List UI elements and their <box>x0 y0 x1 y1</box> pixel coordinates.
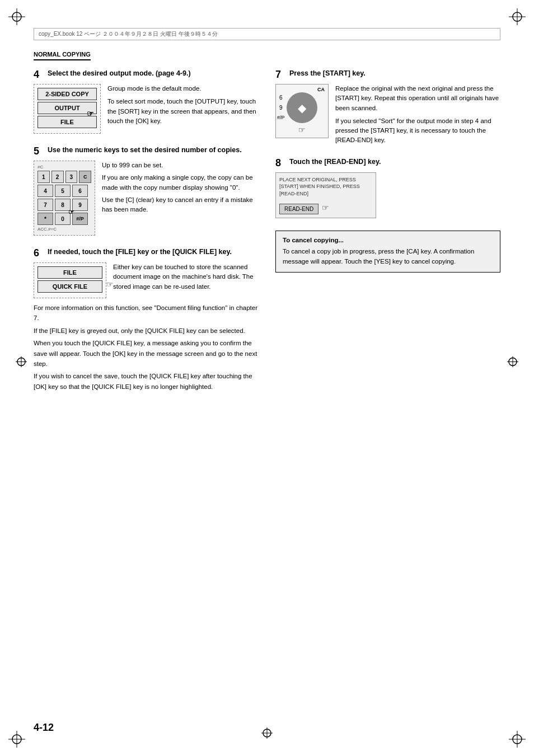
corner-mark-tr <box>509 8 526 25</box>
numpad-row-4: * 0 #/P <box>38 213 91 225</box>
step-6-block: 6 If needed, touch the [FILE] key or the… <box>34 248 259 392</box>
step-8-heading: 8 Touch the [READ-END] key. <box>275 158 500 168</box>
step-8-title: Touch the [READ-END] key. <box>289 158 381 166</box>
read-end-btn[interactable]: READ-END <box>279 204 318 214</box>
corner-mark-tl <box>8 8 25 25</box>
step-6-text: Either key can be touched to store the s… <box>113 262 259 294</box>
step-5-title: Use the numeric keys to set the desired … <box>48 146 242 154</box>
numpad-row-1: 1 2 3 C <box>38 171 91 183</box>
hash-p-label: #/P <box>277 115 285 120</box>
step-7-title: Press the [START] key. <box>289 69 366 77</box>
key-c[interactable]: C <box>79 171 91 183</box>
output-mode-panel: 2-SIDED COPY OUTPUT ☞ FILE <box>34 84 101 134</box>
left-column: 4 Select the desired output mode. (page … <box>34 69 259 404</box>
start-key-panel: CA 6 9 #/P ◆ ☞ <box>275 84 329 138</box>
key-5[interactable]: 5 <box>55 185 71 197</box>
two-sided-copy-btn[interactable]: 2-SIDED COPY <box>38 88 97 100</box>
key-4[interactable]: 4 <box>38 185 53 197</box>
step-7-text: Replace the original with the next origi… <box>335 84 500 145</box>
key-8[interactable]: 8 ☞ <box>55 199 71 211</box>
step-6-extra-text: For more information on this function, s… <box>34 303 259 392</box>
header-bar: copy_EX.book 12 ページ ２００４年９月２８日 火曜日 午後９時５… <box>34 28 500 40</box>
key-hash-p[interactable]: #/P <box>72 213 88 225</box>
cancel-box-text: To cancel a copy job in progress, press … <box>283 247 493 266</box>
step-6-number: 6 <box>34 248 45 258</box>
step-5-text: Up to 999 can be set. If you are only ma… <box>102 161 259 214</box>
step-7-heading: 7 Press the [START] key. <box>275 69 500 79</box>
quick-file-btn[interactable]: QUICK FILE <box>38 280 102 293</box>
step-4-title: Select the desired output mode. (page 4-… <box>48 69 191 77</box>
step-5-heading: 5 Use the numeric keys to set the desire… <box>34 146 259 156</box>
step-5-block: 5 Use the numeric keys to set the desire… <box>34 146 259 236</box>
step-8-block: 8 Touch the [READ-END] key. PLACE NEXT O… <box>275 158 500 219</box>
key-7[interactable]: 7 <box>38 199 53 211</box>
read-end-instruction: PLACE NEXT ORIGINAL, PRESS [START] WHEN … <box>279 176 372 198</box>
step-5-content: #C 1 2 3 C 4 5 6 <box>34 161 259 236</box>
key-3[interactable]: 3 <box>65 171 78 183</box>
key-1[interactable]: 1 <box>38 171 50 183</box>
step-6-image: FILE QUICK FILE ☞ <box>34 262 106 298</box>
step-7-image: CA 6 9 #/P ◆ ☞ <box>275 84 329 138</box>
side-mark-left <box>16 356 27 369</box>
output-btn[interactable]: OUTPUT ☞ <box>38 102 97 114</box>
hand-cursor-start: ☞ <box>279 125 325 134</box>
step-5-number: 5 <box>34 146 45 156</box>
key-2[interactable]: 2 <box>51 171 64 183</box>
ca-label: CA <box>317 87 325 92</box>
step-5-image: #C 1 2 3 C 4 5 6 <box>34 161 95 236</box>
step-4-heading: 4 Select the desired output mode. (page … <box>34 69 259 79</box>
hand-cursor-numpad: ☞ <box>68 208 74 216</box>
file-btn[interactable]: FILE <box>38 266 102 279</box>
numpad-row-2: 4 5 6 <box>38 185 91 197</box>
side-mark-right <box>507 356 518 369</box>
key-6[interactable]: 6 <box>72 185 88 197</box>
right-column: 7 Press the [START] key. CA 6 9 #/P <box>275 69 500 404</box>
key-star[interactable]: * <box>38 213 53 225</box>
cancel-box: To cancel copying... To cancel a copy jo… <box>275 231 500 273</box>
numpad-label-bottom: ACC.#=C <box>38 227 91 232</box>
step-4-number: 4 <box>34 69 45 79</box>
main-content: 4 Select the desired output mode. (page … <box>34 69 500 404</box>
cancel-box-title: To cancel copying... <box>283 237 493 243</box>
hand-cursor-icon: ☞ <box>87 109 94 118</box>
step-7-block: 7 Press the [START] key. CA 6 9 #/P <box>275 69 500 145</box>
step-6-title: If needed, touch the [FILE] key or the [… <box>48 248 232 256</box>
corner-mark-br <box>509 731 526 748</box>
step-6-content: FILE QUICK FILE ☞ Either key can be touc… <box>34 262 259 298</box>
numpad-row-3: 7 8 ☞ 9 <box>38 199 91 211</box>
numpad-label-top: #C <box>38 165 91 170</box>
corner-mark-bl <box>8 731 25 748</box>
page-number: 4-12 <box>34 722 54 734</box>
section-label: NORMAL COPYING <box>34 51 91 60</box>
step-4-block: 4 Select the desired output mode. (page … <box>34 69 259 134</box>
step-4-content: 2-SIDED COPY OUTPUT ☞ FILE Group mode is… <box>34 84 259 134</box>
read-end-panel: PLACE NEXT ORIGINAL, PRESS [START] WHEN … <box>275 172 376 219</box>
bottom-center-mark <box>261 727 273 740</box>
page-container: copy_EX.book 12 ページ ２００４年９月２８日 火曜日 午後９時５… <box>0 0 534 756</box>
read-end-btn-area: READ-END ☞ <box>279 200 372 214</box>
file-quick-file-panel: FILE QUICK FILE ☞ <box>34 262 106 298</box>
step-4-text: Group mode is the default mode. To selec… <box>107 84 259 126</box>
step-4-image: 2-SIDED COPY OUTPUT ☞ FILE <box>34 84 101 134</box>
step-8-number: 8 <box>275 158 287 168</box>
step-6-heading: 6 If needed, touch the [FILE] key or the… <box>34 248 259 258</box>
hand-cursor-read-end: ☞ <box>322 203 329 212</box>
num-9-label: 9 <box>279 105 283 111</box>
num-6-label: 6 <box>279 95 283 101</box>
step-8-content: PLACE NEXT ORIGINAL, PRESS [START] WHEN … <box>275 172 500 219</box>
start-circle[interactable]: ◆ <box>287 92 317 123</box>
step-7-number: 7 <box>275 69 287 79</box>
key-9[interactable]: 9 <box>72 199 88 211</box>
step-7-content: CA 6 9 #/P ◆ ☞ <box>275 84 500 145</box>
start-arrow-icon: ◆ <box>298 101 306 115</box>
hand-cursor-file: ☞ <box>106 280 114 289</box>
numeric-keypad: #C 1 2 3 C 4 5 6 <box>34 161 95 236</box>
